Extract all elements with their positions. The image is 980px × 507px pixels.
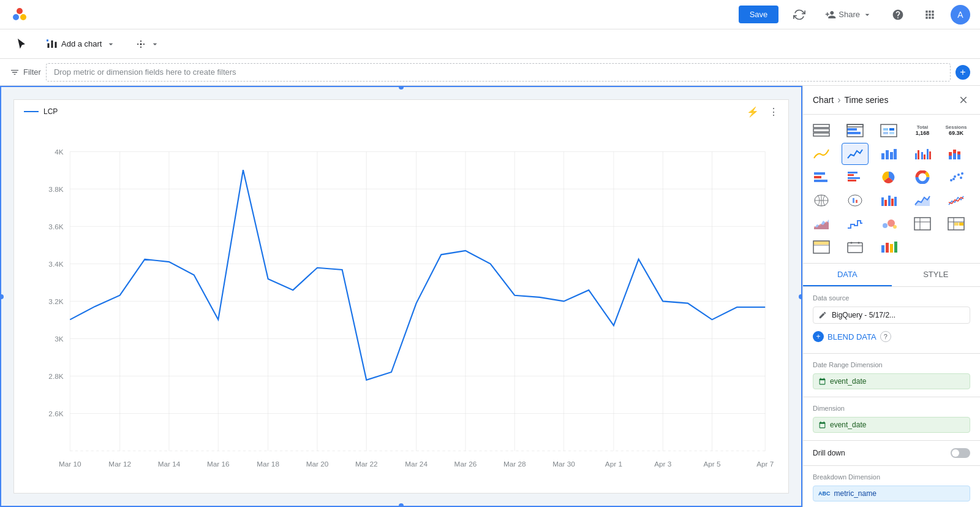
breakdown-title: Breakdown Dimension xyxy=(813,473,970,481)
svg-point-94 xyxy=(954,175,956,178)
svg-text:Mar 26: Mar 26 xyxy=(454,460,477,468)
drill-down-toggle[interactable] xyxy=(951,448,970,458)
chart-type-table-1[interactable] xyxy=(808,120,835,142)
close-icon xyxy=(958,94,969,105)
data-source-section: Data source BigQuery - 5/17/2... + BLEND… xyxy=(803,287,980,354)
select-tool-button[interactable] xyxy=(10,35,33,53)
chart-type-multibar[interactable] xyxy=(909,143,936,165)
svg-rect-102 xyxy=(853,198,854,203)
svg-rect-82 xyxy=(814,172,825,175)
chart-type-line[interactable] xyxy=(842,143,869,165)
filter-icon xyxy=(10,67,20,77)
chart-type-scatter[interactable] xyxy=(943,166,970,188)
svg-point-109 xyxy=(883,223,888,228)
chart-type-calendar[interactable] xyxy=(842,236,869,258)
dimension-chip[interactable]: event_date xyxy=(813,417,970,433)
resize-handle-bottom[interactable] xyxy=(399,503,404,507)
svg-rect-73 xyxy=(924,154,925,159)
svg-text:3.2K: 3.2K xyxy=(48,297,63,305)
panel-tabs: DATA STYLE xyxy=(803,264,980,287)
svg-rect-131 xyxy=(890,244,893,253)
logo-icon xyxy=(10,5,29,25)
svg-rect-103 xyxy=(856,200,858,203)
chart-type-stackedbar[interactable] xyxy=(943,143,970,165)
svg-point-93 xyxy=(950,179,952,181)
data-source-row[interactable]: BigQuery - 5/17/2... xyxy=(813,307,970,324)
avatar[interactable]: A xyxy=(951,5,970,25)
blend-data-button[interactable]: + BLEND DATA ? xyxy=(813,327,891,346)
chart-type-horizontal-multibar[interactable] xyxy=(842,166,869,188)
refresh-button[interactable] xyxy=(788,6,810,23)
chart-type-bar[interactable] xyxy=(875,143,902,165)
svg-text:3K: 3K xyxy=(55,335,64,343)
svg-rect-79 xyxy=(953,150,956,153)
svg-rect-105 xyxy=(884,200,887,206)
chart-type-geo[interactable] xyxy=(808,189,835,212)
chart-bolt-button[interactable]: ⚡ xyxy=(744,105,761,119)
help-button[interactable] xyxy=(887,6,909,23)
blend-help-icon[interactable]: ? xyxy=(880,331,891,342)
tab-style[interactable]: STYLE xyxy=(892,264,981,286)
chart-type-scorecard-sessions[interactable]: Sessions 69.3K xyxy=(943,120,970,142)
panel-header: Chart › Time series xyxy=(803,86,980,115)
apps-button[interactable] xyxy=(919,6,941,23)
blend-icon: + xyxy=(813,331,824,342)
chart-type-area-line[interactable] xyxy=(909,189,936,212)
date-range-title: Date Range Dimension xyxy=(813,361,970,368)
add-control-button[interactable] xyxy=(129,35,166,53)
resize-handle-top[interactable] xyxy=(399,86,404,90)
save-button[interactable]: Save xyxy=(739,6,779,23)
chart-type-table-pivot-2[interactable] xyxy=(943,213,970,235)
svg-rect-78 xyxy=(953,153,956,159)
chart-type-grid: Total 1,168 Sessions 69.3K xyxy=(803,115,980,264)
svg-rect-123 xyxy=(848,243,862,253)
breakdown-value: metric_name xyxy=(834,489,876,498)
chart-type-scorecard-total[interactable]: Total 1,168 xyxy=(909,120,936,142)
chart-type-donut[interactable] xyxy=(909,166,936,188)
chart-type-table-3[interactable] xyxy=(808,236,835,258)
share-button[interactable]: Share xyxy=(820,7,877,23)
chart-type-table-heatmap[interactable] xyxy=(875,120,902,142)
svg-text:Apr 1: Apr 1 xyxy=(605,460,622,468)
filter-drop-zone[interactable]: Drop metric or dimension fields here to … xyxy=(46,63,951,82)
chart-toolbar: ⚡ ⋮ xyxy=(744,105,781,119)
svg-text:Mar 24: Mar 24 xyxy=(405,460,428,468)
chart-type-colored-bar[interactable] xyxy=(875,236,902,258)
chart-type-table-2[interactable] xyxy=(842,120,869,142)
drill-down-section: Drill down xyxy=(803,441,980,466)
chart-more-button[interactable]: ⋮ xyxy=(766,105,781,119)
svg-rect-76 xyxy=(949,156,952,159)
svg-text:Mar 14: Mar 14 xyxy=(158,460,181,468)
chart-type-smoothline[interactable] xyxy=(808,143,835,165)
chart-type-area-filled[interactable] xyxy=(808,213,835,235)
svg-point-111 xyxy=(893,225,897,229)
toolbar: Add a chart xyxy=(0,29,980,59)
panel-close-button[interactable] xyxy=(957,93,970,107)
svg-rect-106 xyxy=(888,196,891,206)
svg-rect-77 xyxy=(949,152,952,156)
svg-text:Mar 20: Mar 20 xyxy=(306,460,329,468)
chart-type-horizontal-bar[interactable] xyxy=(808,166,835,188)
chart-type-pie[interactable] xyxy=(875,166,902,188)
svg-rect-129 xyxy=(881,245,884,253)
chart-type-step-line[interactable] xyxy=(842,213,869,235)
date-range-chip[interactable]: event_date xyxy=(813,373,970,389)
chart-type-bubble[interactable] xyxy=(875,213,902,235)
resize-handle-right[interactable] xyxy=(799,294,802,299)
chart-container: ⚡ ⋮ LCP .grid-line { stroke: #e0e0e0; st… xyxy=(13,99,789,494)
tab-data[interactable]: DATA xyxy=(803,264,892,286)
breakdown-section: Breakdown Dimension ABC metric_name xyxy=(803,466,980,507)
resize-handle-left[interactable] xyxy=(0,294,4,299)
add-filter-button[interactable]: + xyxy=(956,65,970,80)
chart-type-table-pivot[interactable] xyxy=(909,213,936,235)
svg-rect-56 xyxy=(813,133,829,136)
add-chart-button[interactable]: Add a chart xyxy=(40,35,122,53)
filter-drop-placeholder: Drop metric or dimension fields here to … xyxy=(54,67,236,77)
chart-type-grouped-bar[interactable] xyxy=(875,189,902,212)
chart-type-multiline[interactable] xyxy=(943,189,970,212)
share-label: Share xyxy=(839,10,860,19)
topbar: Save Share A xyxy=(0,0,980,29)
pencil-icon xyxy=(818,311,827,319)
breakdown-chip[interactable]: ABC metric_name xyxy=(813,486,970,501)
chart-type-geo-bar[interactable] xyxy=(842,189,869,212)
